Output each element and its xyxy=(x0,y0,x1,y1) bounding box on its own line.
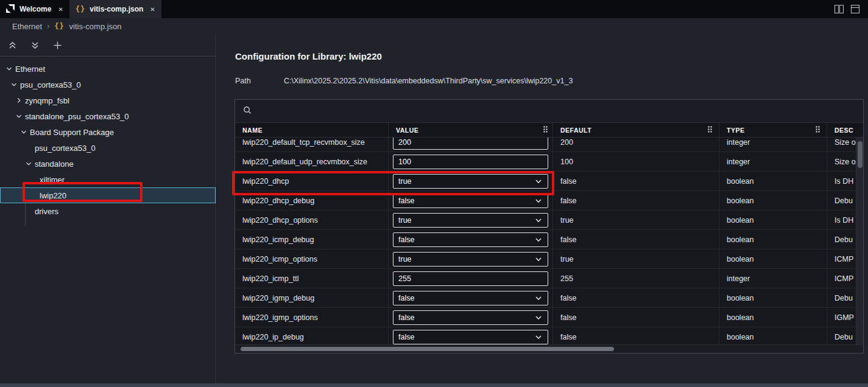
param-name: lwip220_default_tcp_recvmbox_size xyxy=(235,138,389,152)
selected-value: true xyxy=(398,255,412,263)
column-header-desc[interactable]: DESC xyxy=(827,123,863,137)
explorer-toolbar xyxy=(0,34,216,57)
table-search-input[interactable] xyxy=(235,100,863,123)
breadcrumb-item-file[interactable]: vitis-comp.json xyxy=(69,22,122,31)
add-component-icon[interactable] xyxy=(52,40,63,51)
value-input-lwip220_icmp_ttl[interactable] xyxy=(393,271,548,286)
value-input-lwip220_default_tcp_recvmbox_size[interactable] xyxy=(393,138,548,150)
column-header-name[interactable]: NAME xyxy=(235,123,389,137)
selected-value: false xyxy=(398,294,414,302)
tree-item-label: psu_cortexa53_0 xyxy=(20,80,81,89)
table-row-lwip220_default_tcp_recvmbox_size: lwip220_default_tcp_recvmbox_size200inte… xyxy=(235,138,863,152)
breadcrumb-item-ethernet[interactable]: Ethernet xyxy=(12,22,42,31)
tree-item-board-support-package[interactable]: Board Support Package xyxy=(0,124,216,140)
tab-label: Welcome xyxy=(19,5,51,13)
column-header-value[interactable]: VALUE xyxy=(389,123,553,137)
chevron-down-icon[interactable] xyxy=(9,80,19,89)
expand-all-icon[interactable] xyxy=(29,40,40,51)
selected-value: false xyxy=(398,197,414,205)
chevron-down-icon[interactable] xyxy=(19,128,29,136)
tree-item-xiltimer[interactable]: xiltimer xyxy=(0,172,216,187)
param-type: integer xyxy=(719,152,827,171)
chevron-spacer xyxy=(29,191,38,200)
value-select-lwip220_dhcp_debug[interactable]: false xyxy=(393,194,548,208)
param-type: boolean xyxy=(719,230,827,249)
close-icon[interactable]: ✕ xyxy=(58,6,63,13)
table-header: NAME VALUE DEFAULT xyxy=(235,123,863,138)
window-bottom-scrollbar[interactable] xyxy=(0,383,868,387)
drag-handle-icon[interactable] xyxy=(707,125,713,134)
tree-item-psu-cortexa53-0[interactable]: psu_cortexa53_0 xyxy=(0,140,216,156)
chevron-down-icon xyxy=(534,333,543,341)
drag-handle-icon[interactable] xyxy=(815,125,820,134)
editor-tab-bar: Welcome ✕ {} vitis-comp.json ✕ xyxy=(0,0,868,18)
param-type: integer xyxy=(719,269,827,288)
param-type: boolean xyxy=(719,172,827,190)
amd-logo-icon xyxy=(5,4,15,15)
chevron-down-icon[interactable] xyxy=(24,159,34,168)
param-default: true xyxy=(553,211,719,229)
selected-value: false xyxy=(398,313,414,322)
drag-handle-icon[interactable] xyxy=(543,125,548,134)
selected-value: false xyxy=(398,235,414,244)
json-braces-icon: {} xyxy=(54,22,64,30)
value-select-lwip220_icmp_debug[interactable]: false xyxy=(393,232,548,247)
tree-item-label: lwip220 xyxy=(40,191,66,200)
param-default: false xyxy=(553,172,719,190)
param-name: lwip220_igmp_debug xyxy=(235,288,389,307)
vertical-scrollbar[interactable] xyxy=(856,138,863,344)
close-icon[interactable]: ✕ xyxy=(150,6,155,13)
value-select-lwip220_igmp_options[interactable]: false xyxy=(393,310,548,325)
param-name: lwip220_default_udp_recvmbox_size xyxy=(235,152,389,171)
param-name: lwip220_dhcp_debug xyxy=(235,191,389,210)
collapse-all-icon[interactable] xyxy=(7,40,18,51)
explorer-panel: Ethernetpsu_cortexa53_0zynqmp_fsblstanda… xyxy=(0,34,216,383)
path-value: C:\Xilinx\2025.2\2025.2\Vitis\data\embed… xyxy=(284,77,573,85)
json-braces-icon: {} xyxy=(76,5,85,13)
horizontal-scrollbar[interactable] xyxy=(235,344,863,353)
table-row-lwip220_icmp_debug: lwip220_icmp_debugfalsefalsebooleanDebu xyxy=(235,230,863,249)
chevron-right-icon: › xyxy=(47,22,49,30)
chevron-down-icon[interactable] xyxy=(4,64,14,73)
param-name: lwip220_icmp_options xyxy=(235,249,389,268)
tree-item-label: Ethernet xyxy=(15,64,45,74)
param-type: boolean xyxy=(719,308,827,327)
component-tree: Ethernetpsu_cortexa53_0zynqmp_fsblstanda… xyxy=(0,57,216,219)
split-editor-icon[interactable] xyxy=(833,4,844,15)
tree-item-ethernet[interactable]: Ethernet xyxy=(0,61,216,77)
param-default: false xyxy=(553,308,719,327)
chevron-down-icon xyxy=(534,294,543,302)
value-select-lwip220_igmp_debug[interactable]: false xyxy=(393,291,548,305)
param-type: boolean xyxy=(719,288,827,307)
column-header-type[interactable]: TYPE xyxy=(719,123,827,137)
chevron-right-icon[interactable] xyxy=(14,96,24,105)
tab-vitis-comp-json[interactable]: {} vitis-comp.json ✕ xyxy=(70,0,161,18)
tree-item-psu-cortexa53-0[interactable]: psu_cortexa53_0 xyxy=(0,77,216,92)
tab-welcome[interactable]: Welcome ✕ xyxy=(0,0,70,18)
table-row-lwip220_icmp_ttl: lwip220_icmp_ttl255integerICMP xyxy=(235,269,863,288)
value-select-lwip220_dhcp_options[interactable]: true xyxy=(393,213,548,228)
table-row-lwip220_dhcp_options: lwip220_dhcp_optionstruetruebooleanIs DH xyxy=(235,211,863,230)
tree-item-standalone[interactable]: standalone xyxy=(0,156,216,172)
selected-value: true xyxy=(398,177,412,186)
value-select-lwip220_icmp_options[interactable]: true xyxy=(393,252,548,267)
param-type: boolean xyxy=(719,191,827,210)
column-header-default[interactable]: DEFAULT xyxy=(553,123,719,137)
param-name: lwip220_icmp_debug xyxy=(235,230,389,249)
tree-item-zynqmp-fsbl[interactable]: zynqmp_fsbl xyxy=(0,92,216,108)
value-select-lwip220_dhcp[interactable]: true xyxy=(393,174,548,189)
tree-item-standalone-psu-cortexa53-0[interactable]: standalone_psu_cortexa53_0 xyxy=(0,108,216,124)
param-default: false xyxy=(553,288,719,307)
param-type: boolean xyxy=(719,327,827,344)
value-input-lwip220_default_udp_recvmbox_size[interactable] xyxy=(393,155,548,169)
param-type: boolean xyxy=(719,211,827,229)
path-label: Path xyxy=(235,77,284,85)
vertical-scrollbar-thumb[interactable] xyxy=(858,141,863,168)
value-select-lwip220_ip_debug[interactable]: false xyxy=(393,330,548,344)
tree-item-drivers[interactable]: drivers xyxy=(0,203,216,219)
search-icon xyxy=(242,105,252,117)
toggle-panel-icon[interactable] xyxy=(850,4,861,15)
chevron-down-icon[interactable] xyxy=(14,112,24,120)
tree-item-lwip220[interactable]: lwip220 xyxy=(0,187,216,203)
horizontal-scrollbar-thumb[interactable] xyxy=(241,347,614,351)
